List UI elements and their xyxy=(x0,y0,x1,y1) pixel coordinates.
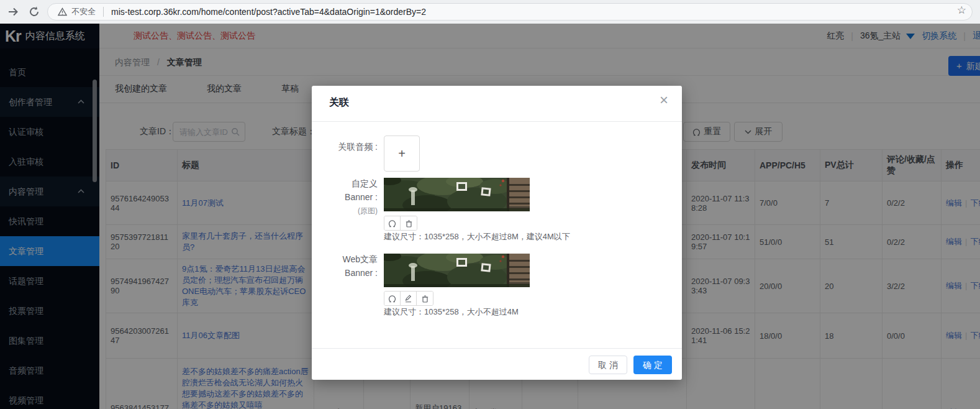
modal-footer-divider xyxy=(312,348,682,349)
address-bar[interactable]: 不安全 mis-test.corp.36kr.com/home/content/… xyxy=(47,3,973,21)
reload-icon[interactable] xyxy=(27,5,41,19)
custom-banner-image xyxy=(384,178,530,211)
cancel-button[interactable]: 取 消 xyxy=(589,356,627,374)
modal-header-divider xyxy=(312,121,682,122)
audio-upload-button[interactable]: + xyxy=(384,136,420,172)
custom-banner-label-line2: Banner : xyxy=(312,190,378,204)
url-text[interactable]: mis-test.corp.36kr.com/home/content/post… xyxy=(111,7,426,17)
forward-icon[interactable] xyxy=(6,5,20,19)
warning-icon xyxy=(58,7,67,16)
web-banner-label-line2: Banner : xyxy=(312,266,378,280)
edit-pen-icon[interactable] xyxy=(401,292,417,305)
browser-toolbar: 不安全 mis-test.corp.36kr.com/home/content/… xyxy=(0,0,980,24)
web-banner-label-line1: Web文章 xyxy=(312,252,378,266)
custom-banner-label: 自定义 Banner : (原图) xyxy=(312,177,378,218)
web-banner-hint: 建议尺寸：1035*258，大小不超过4M xyxy=(384,306,519,318)
bookmark-star-icon[interactable]: ☆ xyxy=(957,4,966,17)
screenshot-root: 不安全 mis-test.corp.36kr.com/home/content/… xyxy=(0,0,980,409)
close-icon[interactable]: × xyxy=(660,93,668,108)
trash-icon[interactable] xyxy=(401,216,417,230)
refresh-icon[interactable] xyxy=(384,216,401,230)
web-banner-image xyxy=(384,254,530,287)
confirm-button[interactable]: 确 定 xyxy=(633,356,672,374)
web-banner-actions xyxy=(384,291,433,306)
web-banner-label: Web文章 Banner : xyxy=(312,252,378,280)
association-modal: 关联 × 关联音频 : + 自定义 Banner : (原图) 建议尺寸：103… xyxy=(312,86,682,380)
modal-title: 关联 xyxy=(329,96,349,109)
security-label: 不安全 xyxy=(71,6,96,17)
custom-banner-actions xyxy=(384,216,417,231)
omnibox-divider xyxy=(103,7,104,17)
plus-icon: + xyxy=(398,147,406,161)
custom-banner-hint: 建议尺寸：1035*258，大小不超过8M，建议4M以下 xyxy=(384,231,570,242)
custom-banner-note: (原图) xyxy=(312,204,378,218)
audio-label: 关联音频 : xyxy=(312,140,378,154)
custom-banner-label-line1: 自定义 xyxy=(312,177,378,190)
refresh-icon[interactable] xyxy=(384,292,401,305)
trash-icon[interactable] xyxy=(417,292,433,305)
